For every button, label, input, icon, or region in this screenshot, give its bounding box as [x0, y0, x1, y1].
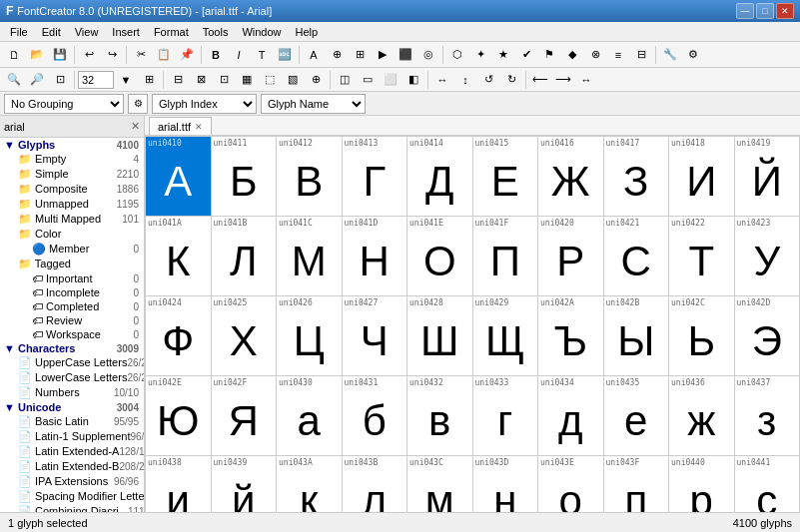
sidebar-item-numbers[interactable]: 📄 Numbers10/10	[0, 385, 144, 400]
glyph-cell-uni0441[interactable]: uni0441с	[735, 456, 801, 512]
btn14[interactable]: ✦	[469, 44, 491, 66]
sidebar-item-characters[interactable]: ▼ Characters3009	[0, 341, 144, 355]
sidebar-item-glyphs[interactable]: ▼ Glyphs4100	[0, 138, 144, 152]
glyph-cell-uni0419[interactable]: uni0419Й	[735, 137, 801, 217]
view-btn2[interactable]: ▭	[357, 69, 379, 91]
btn10[interactable]: ▶	[372, 44, 394, 66]
glyph-cell-uni0430[interactable]: uni0430а	[277, 376, 343, 456]
menu-window[interactable]: Window	[236, 24, 287, 40]
sidebar-item-incomplete[interactable]: 🏷 Incomplete0	[0, 285, 144, 299]
glyph-cell-uni041A[interactable]: uni041AК	[146, 217, 212, 296]
sidebar-item-latin-extended-a[interactable]: 📄 Latin Extended-A128/128	[0, 444, 144, 459]
glyph-cell-uni0440[interactable]: uni0440р	[669, 456, 735, 512]
glyph-cell-uni0427[interactable]: uni0427Ч	[343, 296, 408, 376]
sort-select2[interactable]: Glyph Name	[261, 94, 366, 114]
btn7[interactable]: A	[303, 44, 325, 66]
sidebar-item-basic-latin[interactable]: 📄 Basic Latin95/95	[0, 414, 144, 429]
align-btn3[interactable]: ⊡	[213, 69, 235, 91]
zoom-dropdown[interactable]: ▼	[115, 69, 137, 91]
btn13[interactable]: ⬡	[446, 44, 468, 66]
paste-button[interactable]: 📌	[176, 44, 198, 66]
glyph-cell-uni0410[interactable]: uni0410А	[146, 137, 212, 217]
zoom-input[interactable]	[78, 71, 114, 89]
bold-button[interactable]: B	[205, 44, 227, 66]
spacing-btn2[interactable]: ⟶	[552, 69, 574, 91]
glyph-cell-uni041B[interactable]: uni041BЛ	[212, 217, 278, 296]
menu-format[interactable]: Format	[148, 24, 195, 40]
btn19[interactable]: ⊗	[584, 44, 606, 66]
italic-button[interactable]: I	[228, 44, 250, 66]
glyph-cell-uni041F[interactable]: uni041FП	[473, 217, 539, 296]
grid-btn[interactable]: ⊞	[138, 69, 160, 91]
spacing-btn1[interactable]: ⟵	[529, 69, 551, 91]
glyph-cell-uni0428[interactable]: uni0428Ш	[407, 296, 473, 376]
glyph-cell-uni0435[interactable]: uni0435е	[604, 376, 670, 456]
transform-btn1[interactable]: ↔	[431, 69, 453, 91]
glyph-cell-uni041C[interactable]: uni041CМ	[277, 217, 343, 296]
btn5[interactable]: T	[251, 44, 273, 66]
glyph-cell-uni043D[interactable]: uni043Dн	[473, 456, 539, 512]
view-btn3[interactable]: ⬜	[380, 69, 401, 91]
view-btn1[interactable]: ◫	[334, 69, 356, 91]
menu-insert[interactable]: Insert	[106, 24, 146, 40]
glyph-cell-uni0415[interactable]: uni0415Е	[473, 137, 539, 217]
align-btn2[interactable]: ⊠	[190, 69, 212, 91]
glyph-cell-uni0433[interactable]: uni0433г	[473, 376, 539, 456]
sidebar-item-workspace[interactable]: 🏷 Workspace0	[0, 327, 144, 341]
tab-close-button[interactable]: ✕	[195, 122, 203, 132]
sidebar-item-unicode[interactable]: ▼ Unicode3004	[0, 400, 144, 414]
grouping-select[interactable]: No Grouping	[4, 94, 124, 114]
redo-button[interactable]: ↪	[101, 44, 123, 66]
glyph-cell-uni0420[interactable]: uni0420Р	[538, 217, 604, 296]
sidebar-item-combining-diacri...[interactable]: 📄 Combining Diacri...111/112	[0, 504, 144, 512]
glyph-cell-uni0411[interactable]: uni0411Б	[212, 137, 278, 217]
align-btn5[interactable]: ⬚	[259, 69, 281, 91]
glyph-cell-uni0416[interactable]: uni0416Ж	[538, 137, 604, 217]
glyph-cell-uni043C[interactable]: uni043Cм	[407, 456, 473, 512]
cut-button[interactable]: ✂	[130, 44, 152, 66]
menu-tools[interactable]: Tools	[197, 24, 235, 40]
glyph-cell-uni042E[interactable]: uni042EЮ	[146, 376, 212, 456]
new-button[interactable]: 🗋	[3, 44, 25, 66]
glyph-cell-uni0425[interactable]: uni0425Х	[212, 296, 278, 376]
glyph-cell-uni0414[interactable]: uni0414Д	[407, 137, 473, 217]
btn8[interactable]: ⊕	[326, 44, 348, 66]
open-button[interactable]: 📂	[26, 44, 48, 66]
glyph-cell-uni043E[interactable]: uni043Eо	[538, 456, 604, 512]
copy-button[interactable]: 📋	[153, 44, 175, 66]
close-button[interactable]: ✕	[776, 3, 794, 19]
btn20[interactable]: ≡	[607, 44, 629, 66]
sidebar-item-empty[interactable]: 📁 Empty4	[0, 152, 144, 167]
menu-edit[interactable]: Edit	[36, 24, 67, 40]
glyph-cell-uni0423[interactable]: uni0423У	[735, 217, 801, 296]
sidebar-close-button[interactable]: ✕	[131, 120, 140, 133]
glyph-cell-uni043B[interactable]: uni043Bл	[343, 456, 408, 512]
sidebar-item-member[interactable]: 🔵 Member0	[0, 242, 144, 257]
menu-view[interactable]: View	[69, 24, 105, 40]
sidebar-item-composite[interactable]: 📁 Composite1886	[0, 182, 144, 197]
glyph-cell-uni042F[interactable]: uni042FЯ	[212, 376, 278, 456]
sidebar-item-tagged[interactable]: 📁 Tagged	[0, 257, 144, 271]
view-btn4[interactable]: ◧	[402, 69, 424, 91]
sidebar-item-latin-1-supplement[interactable]: 📄 Latin-1 Supplement96/96	[0, 429, 144, 444]
glyph-cell-uni0439[interactable]: uni0439й	[212, 456, 278, 512]
btn16[interactable]: ✔	[515, 44, 537, 66]
sidebar-item-review[interactable]: 🏷 Review0	[0, 313, 144, 327]
sidebar-item-uppercase-letters[interactable]: 📄 UpperCase Letters26/26	[0, 355, 144, 370]
glyph-cell-uni042A[interactable]: uni042AЪ	[538, 296, 604, 376]
zoom-btn2[interactable]: 🔎	[26, 69, 48, 91]
sidebar-item-multi-mapped[interactable]: 📁 Multi Mapped101	[0, 212, 144, 227]
save-button[interactable]: 💾	[49, 44, 71, 66]
glyph-cell-uni042B[interactable]: uni042BЫ	[604, 296, 670, 376]
glyph-cell-uni0421[interactable]: uni0421С	[604, 217, 670, 296]
sidebar-item-color[interactable]: 📁 Color	[0, 227, 144, 242]
sidebar-item-latin-extended-b[interactable]: 📄 Latin Extended-B208/208	[0, 459, 144, 474]
btn17[interactable]: ⚑	[538, 44, 560, 66]
btn15[interactable]: ★	[492, 44, 514, 66]
undo-button[interactable]: ↩	[78, 44, 100, 66]
sidebar-item-lowercase-letters[interactable]: 📄 LowerCase Letters26/26	[0, 370, 144, 385]
menu-help[interactable]: Help	[290, 24, 325, 40]
sidebar-item-ipa-extensions[interactable]: 📄 IPA Extensions96/96	[0, 474, 144, 489]
sort-select[interactable]: Glyph Index	[152, 94, 257, 114]
glyph-cell-uni0426[interactable]: uni0426Ц	[277, 296, 343, 376]
